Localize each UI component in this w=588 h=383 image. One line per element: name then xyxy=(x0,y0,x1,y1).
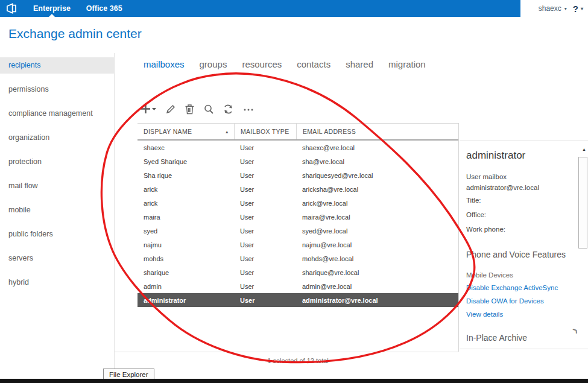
add-button[interactable] xyxy=(140,103,157,115)
ellipsis-icon xyxy=(242,104,254,115)
sidebar-item[interactable]: compliance management xyxy=(0,106,114,122)
details-fields: Title: Office: Work phone: xyxy=(466,193,588,236)
table-row[interactable]: Syed Sharique User sha@vre.local xyxy=(138,154,458,168)
table-row[interactable]: shaexc User shaexc@vre.local xyxy=(138,141,458,154)
cell-display-name: sharique xyxy=(138,269,234,276)
cell-email-address: arick@vre.local xyxy=(296,200,458,207)
table-row[interactable]: maira User maira@vre.local xyxy=(138,210,458,224)
cell-email-address: maira@vre.local xyxy=(296,214,458,221)
details-title: administrator xyxy=(466,150,588,162)
topbar-user-area: shaexc ▾ ? ▾ xyxy=(520,0,588,17)
cell-display-name: admin xyxy=(138,283,234,290)
cell-display-name: Sha rique xyxy=(138,172,234,179)
sidebar-item[interactable]: mobile xyxy=(0,202,114,218)
table-row[interactable]: arick User arick@vre.local xyxy=(138,196,458,210)
table-row[interactable]: arick User aricksha@vre.local xyxy=(138,182,458,196)
table-row[interactable]: najmu User najmu@vre.local xyxy=(138,238,458,252)
cell-mailbox-type: User xyxy=(234,186,296,193)
nav-tab-enterprise[interactable]: Enterprise xyxy=(33,0,71,17)
selection-status-text: 1 selected of 12 total xyxy=(138,357,458,364)
more-button[interactable] xyxy=(242,104,254,115)
cell-mailbox-type: User xyxy=(234,172,296,179)
cell-mailbox-type: User xyxy=(234,227,296,235)
table-row[interactable]: administrator User administrator@vre.loc… xyxy=(138,293,458,307)
tab[interactable]: shared xyxy=(346,59,373,69)
refresh-button[interactable] xyxy=(223,104,234,115)
details-panel: administrator User mailbox administrator… xyxy=(460,141,588,352)
cell-mailbox-type: User xyxy=(234,283,296,290)
cell-mailbox-type: User xyxy=(234,269,296,276)
table-row[interactable]: admin User admin@vre.local xyxy=(138,279,458,293)
sort-ascending-icon: ▲ xyxy=(225,130,229,134)
table-row[interactable]: sharique User sharique@vre.local xyxy=(138,265,458,279)
section-divider xyxy=(460,349,588,349)
table-header: DISPLAY NAME ▲ MAILBOX TYPE EMAIL ADDRES… xyxy=(138,123,458,141)
cell-display-name: Syed Sharique xyxy=(138,158,234,165)
cell-display-name: shaexc xyxy=(138,144,234,151)
chevron-down-icon: ▾ xyxy=(581,6,583,11)
taskbar-edge[interactable] xyxy=(0,379,588,383)
tab[interactable]: migration xyxy=(388,59,426,69)
scrollbar-up-icon[interactable]: ▲ xyxy=(582,147,586,151)
edit-button[interactable] xyxy=(165,104,176,115)
sidebar-item[interactable]: protection xyxy=(0,154,114,170)
sidebar-item[interactable]: permissions xyxy=(0,81,114,98)
cell-display-name: mohds xyxy=(138,255,234,262)
column-header-email-address[interactable]: EMAIL ADDRESS xyxy=(296,124,458,139)
trash-icon xyxy=(185,104,195,115)
sidebar-item[interactable]: recipients xyxy=(0,57,114,74)
cell-email-address: syed@vre.local xyxy=(296,227,458,235)
table-row[interactable]: syed User syed@vre.local xyxy=(138,224,458,238)
tab[interactable]: groups xyxy=(200,59,227,69)
chevron-down-icon: ▾ xyxy=(564,6,567,11)
panel-link[interactable]: View details xyxy=(466,308,588,321)
cell-display-name: administrator xyxy=(138,297,234,304)
cell-email-address: administrator@vre.local xyxy=(296,297,458,304)
add-icon xyxy=(140,103,151,115)
cell-display-name: syed xyxy=(138,227,234,235)
chevron-down-icon xyxy=(151,103,157,115)
cell-email-address: aricksha@vre.local xyxy=(296,186,458,193)
tab-bar: mailboxes groups resources contacts shar… xyxy=(144,59,426,69)
office-logo-icon[interactable] xyxy=(5,2,17,14)
cell-email-address: shaexc@vre.local xyxy=(296,144,458,151)
help-icon: ? xyxy=(573,4,578,14)
cell-email-address: sha@vre.local xyxy=(296,158,458,165)
sidebar-item[interactable]: mail flow xyxy=(0,178,114,194)
cell-display-name: najmu xyxy=(138,241,234,248)
search-icon xyxy=(203,104,214,115)
mobile-devices-links: Disable Exchange ActiveSync Disable OWA … xyxy=(466,281,588,321)
column-header-display-name[interactable]: DISPLAY NAME ▲ xyxy=(138,124,234,139)
refresh-icon xyxy=(223,104,234,115)
cell-display-name: arick xyxy=(138,186,234,193)
panel-link[interactable]: Disable Exchange ActiveSync xyxy=(466,281,588,294)
sidebar-item[interactable]: servers xyxy=(0,250,114,267)
delete-button[interactable] xyxy=(185,104,195,115)
details-email: administrator@vre.local xyxy=(466,182,588,193)
column-header-mailbox-type[interactable]: MAILBOX TYPE xyxy=(234,124,296,139)
table-row[interactable]: Sha rique User shariquesyed@vre.local xyxy=(138,168,458,182)
mobile-devices-heading: Mobile Devices xyxy=(466,271,588,279)
cell-mailbox-type: User xyxy=(234,158,296,165)
user-menu-label: shaexc xyxy=(539,4,561,13)
edit-pencil-icon xyxy=(165,104,176,115)
tab[interactable]: mailboxes xyxy=(144,59,185,69)
nav-tab-office365[interactable]: Office 365 xyxy=(86,0,122,17)
cell-mailbox-type: User xyxy=(234,297,296,304)
tab[interactable]: contacts xyxy=(297,59,330,69)
user-menu[interactable]: shaexc ▾ xyxy=(539,4,567,13)
sidebar-item[interactable]: organization xyxy=(0,130,114,146)
search-button[interactable] xyxy=(203,104,214,115)
tab[interactable]: resources xyxy=(242,59,282,69)
details-field-label: Title: xyxy=(466,193,588,207)
cell-display-name: maira xyxy=(138,214,234,221)
help-menu[interactable]: ? ▾ xyxy=(573,4,583,14)
panel-link[interactable]: Disable OWA for Devices xyxy=(466,294,588,308)
table-row[interactable]: mohds User mohds@vre.local xyxy=(138,252,458,265)
sidebar-item[interactable]: public folders xyxy=(0,226,114,242)
details-mailbox-type: User mailbox xyxy=(466,171,588,182)
details-scrollbar[interactable] xyxy=(578,157,587,248)
table-body: shaexc User shaexc@vre.local Syed Shariq… xyxy=(138,141,458,307)
list-bottom-border xyxy=(115,352,458,352)
sidebar-item[interactable]: hybrid xyxy=(0,274,114,291)
